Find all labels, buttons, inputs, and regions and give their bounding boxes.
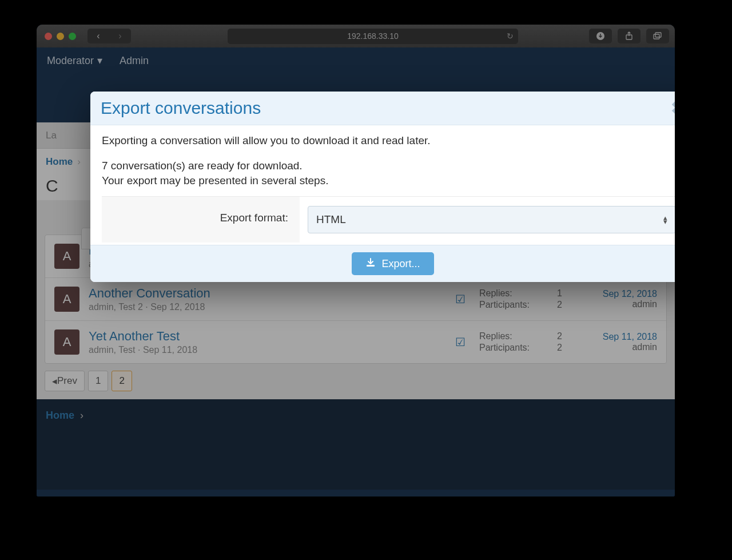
select-arrows-icon: ▴▾ [663,216,667,224]
export-modal: Export conversations ✖ Exporting a conve… [90,92,675,282]
modal-body: Exporting a conversation will allow you … [90,125,675,245]
download-icon [365,258,376,270]
modal-desc-2: 7 conversation(s) are ready for download… [102,160,675,172]
export-format-label: Export format: [102,197,300,243]
close-icon[interactable]: ✖ [671,100,675,117]
export-button[interactable]: Export... [352,252,433,275]
modal-desc-1: Exporting a conversation will allow you … [102,134,675,147]
modal-desc-3: Your export may be presented in several … [102,174,675,187]
export-format-select[interactable]: HTML ▴▾ [308,206,675,233]
export-button-label: Export... [381,258,420,270]
svg-rect-4 [367,265,375,267]
browser-window: ‹ › 192.168.33.10 ↻ Moderator ▾ Admin La [37,25,675,497]
select-value: HTML [316,213,346,226]
export-format-row: Export format: HTML ▴▾ [102,196,675,243]
modal-title: Export conversations [101,98,261,118]
modal-footer: Export... [90,245,675,282]
modal-header: Export conversations ✖ [90,92,675,125]
